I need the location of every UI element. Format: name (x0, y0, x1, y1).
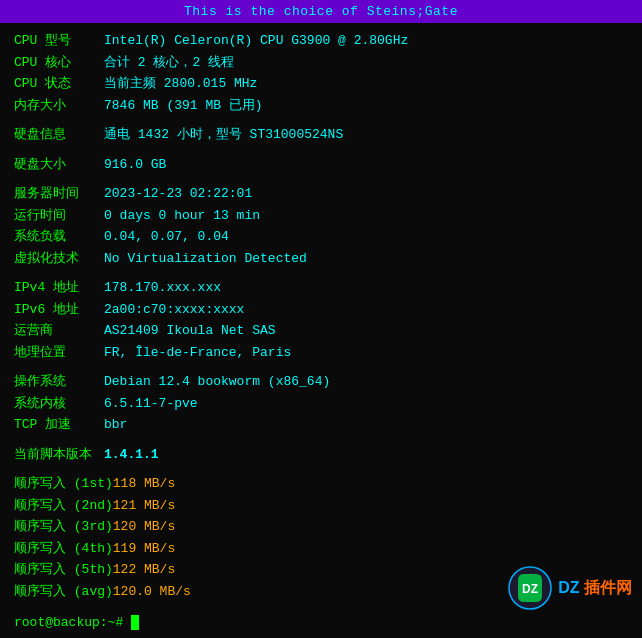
row-label: 顺序写入 (3rd) (14, 517, 113, 537)
row-label: CPU 状态 (14, 74, 104, 94)
row-value: 6.5.11-7-pve (104, 394, 198, 414)
table-row: TCP 加速bbr (14, 415, 628, 435)
watermark: DZ DZ 插件网 (508, 566, 632, 610)
content-area: CPU 型号Intel(R) Celeron(R) CPU G3900 @ 2.… (0, 23, 642, 611)
table-row: CPU 型号Intel(R) Celeron(R) CPU G3900 @ 2.… (14, 31, 628, 51)
row-label: 操作系统 (14, 372, 104, 392)
table-row: 虚拟化技术No Virtualization Detected (14, 249, 628, 269)
row-label: 系统负载 (14, 227, 104, 247)
watermark-text-block: DZ 插件网 (558, 578, 632, 599)
watermark-dz: DZ (558, 579, 584, 596)
table-row: 硬盘大小916.0 GB (14, 155, 628, 175)
row-label: 硬盘大小 (14, 155, 104, 175)
table-row: IPv6 地址2a00:c70:xxxx:xxxx (14, 300, 628, 320)
table-row: 内存大小7846 MB (391 MB 已用) (14, 96, 628, 116)
row-value: Intel(R) Celeron(R) CPU G3900 @ 2.80GHz (104, 31, 408, 51)
row-label: 当前脚本版本 (14, 445, 104, 465)
row-label: 顺序写入 (5th) (14, 560, 113, 580)
row-value: 916.0 GB (104, 155, 166, 175)
table-row: 顺序写入 (1st)118 MB/s (14, 474, 628, 494)
row-label: 运行时间 (14, 206, 104, 226)
row-value: 当前主频 2800.015 MHz (104, 74, 257, 94)
row-value: AS21409 Ikoula Net SAS (104, 321, 276, 341)
spacer (14, 364, 628, 372)
row-label: CPU 核心 (14, 53, 104, 73)
terminal-window: This is the choice of Steins;Gate CPU 型号… (0, 0, 642, 638)
table-row: 顺序写入 (2nd)121 MB/s (14, 496, 628, 516)
row-value: 0 days 0 hour 13 min (104, 206, 260, 226)
row-value: 178.170.xxx.xxx (104, 278, 221, 298)
table-row: IPv4 地址178.170.xxx.xxx (14, 278, 628, 298)
row-value: 121 MB/s (113, 496, 175, 516)
row-value: No Virtualization Detected (104, 249, 307, 269)
row-value: 7846 MB (391 MB 已用) (104, 96, 263, 116)
row-label: 服务器时间 (14, 184, 104, 204)
row-value: 1.4.1.1 (104, 445, 159, 465)
row-value: 120.0 MB/s (113, 582, 191, 602)
row-value: FR, Île-de-France, Paris (104, 343, 291, 363)
table-row: 系统内核6.5.11-7-pve (14, 394, 628, 414)
table-row: 地理位置FR, Île-de-France, Paris (14, 343, 628, 363)
spacer (14, 117, 628, 125)
table-row: 运营商AS21409 Ikoula Net SAS (14, 321, 628, 341)
watermark-logo: DZ (508, 566, 552, 610)
row-value: 合计 2 核心，2 线程 (104, 53, 234, 73)
cursor: ▌ (131, 615, 139, 630)
row-label: 顺序写入 (4th) (14, 539, 113, 559)
row-label: 地理位置 (14, 343, 104, 363)
table-row: 运行时间0 days 0 hour 13 min (14, 206, 628, 226)
table-row: CPU 核心合计 2 核心，2 线程 (14, 53, 628, 73)
row-value: 118 MB/s (113, 474, 175, 494)
row-label: 内存大小 (14, 96, 104, 116)
table-row: 服务器时间2023-12-23 02:22:01 (14, 184, 628, 204)
row-label: IPv6 地址 (14, 300, 104, 320)
row-value: bbr (104, 415, 127, 435)
table-row: CPU 状态当前主频 2800.015 MHz (14, 74, 628, 94)
row-label: 运营商 (14, 321, 104, 341)
spacer (14, 176, 628, 184)
svg-text:DZ: DZ (522, 582, 538, 596)
row-label: CPU 型号 (14, 31, 104, 51)
watermark-site: 插件网 (584, 579, 632, 596)
prompt-line[interactable]: root@backup:~# ▌ (0, 615, 642, 630)
title-text: This is the choice of Steins;Gate (184, 4, 458, 19)
row-label: 顺序写入 (2nd) (14, 496, 113, 516)
table-row: 顺序写入 (4th)119 MB/s (14, 539, 628, 559)
spacer (14, 147, 628, 155)
row-value: 通电 1432 小时，型号 ST31000524NS (104, 125, 343, 145)
row-label: 虚拟化技术 (14, 249, 104, 269)
table-row: 操作系统Debian 12.4 bookworm (x86_64) (14, 372, 628, 392)
table-row: 顺序写入 (3rd)120 MB/s (14, 517, 628, 537)
spacer (14, 437, 628, 445)
prompt-text: root@backup:~# (14, 615, 131, 630)
row-value: Debian 12.4 bookworm (x86_64) (104, 372, 330, 392)
title-bar: This is the choice of Steins;Gate (0, 0, 642, 23)
row-value: 122 MB/s (113, 560, 175, 580)
row-label: 系统内核 (14, 394, 104, 414)
table-row: 硬盘信息通电 1432 小时，型号 ST31000524NS (14, 125, 628, 145)
row-value: 119 MB/s (113, 539, 175, 559)
table-row: 系统负载0.04, 0.07, 0.04 (14, 227, 628, 247)
spacer (14, 466, 628, 474)
table-row: 当前脚本版本1.4.1.1 (14, 445, 628, 465)
row-label: TCP 加速 (14, 415, 104, 435)
row-label: 顺序写入 (avg) (14, 582, 113, 602)
row-label: 顺序写入 (1st) (14, 474, 113, 494)
row-label: IPv4 地址 (14, 278, 104, 298)
spacer (14, 270, 628, 278)
row-label: 硬盘信息 (14, 125, 104, 145)
row-value: 0.04, 0.07, 0.04 (104, 227, 229, 247)
row-value: 2023-12-23 02:22:01 (104, 184, 252, 204)
row-value: 120 MB/s (113, 517, 175, 537)
row-value: 2a00:c70:xxxx:xxxx (104, 300, 244, 320)
